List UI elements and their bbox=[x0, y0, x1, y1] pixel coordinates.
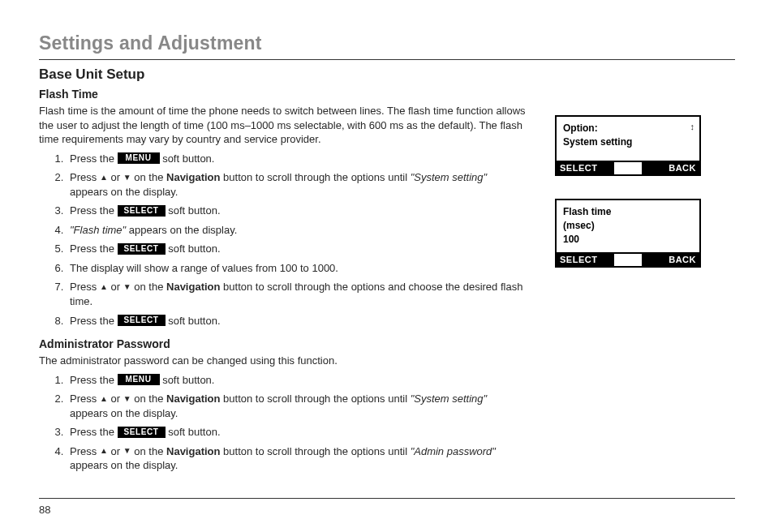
step-text: on the bbox=[131, 281, 166, 293]
heading-flash-time: Flash Time bbox=[39, 88, 526, 101]
step-text: Press bbox=[70, 281, 100, 293]
list-item: Press the SELECT soft button. bbox=[67, 242, 526, 256]
list-item: Press ▲ or ▼ on the Navigation button to… bbox=[67, 392, 526, 420]
list-item: Press the SELECT soft button. bbox=[67, 204, 526, 218]
page-number: 88 bbox=[39, 504, 735, 516]
list-item: Press ▲ or ▼ on the Navigation button to… bbox=[67, 444, 526, 473]
step-text: soft button. bbox=[166, 242, 221, 255]
list-item: Press ▲ or ▼ on the Navigation button to… bbox=[67, 170, 526, 199]
step-text: soft button. bbox=[160, 152, 215, 165]
flash-time-steps: Press the MENU soft button. Press ▲ or ▼… bbox=[39, 152, 526, 328]
up-arrow-icon: ▲ bbox=[100, 447, 108, 455]
lcd-select-softkey: SELECT bbox=[557, 254, 614, 266]
list-item: Press the MENU soft button. bbox=[67, 373, 526, 388]
main-text-column: Base Unit Setup Flash Time Flash time is… bbox=[39, 66, 526, 478]
step-text: soft button. bbox=[166, 426, 221, 438]
step-text: or bbox=[108, 171, 123, 183]
lcd-line: (msec) bbox=[563, 219, 693, 233]
lcd-softkey-gap bbox=[614, 254, 642, 266]
lcd-select-softkey: SELECT bbox=[557, 162, 614, 174]
lcd-line: 100 bbox=[563, 233, 693, 247]
rule-bottom bbox=[39, 498, 735, 499]
step-text: or bbox=[108, 281, 123, 293]
list-item: Press the MENU soft button. bbox=[67, 152, 526, 166]
step-text: appears on the display. bbox=[126, 224, 237, 236]
lcd-line: Flash time bbox=[563, 205, 693, 219]
lcd-softkey-row: SELECT BACK bbox=[557, 161, 699, 174]
system-setting-text: "System setting" bbox=[411, 171, 488, 183]
step-text: Press the bbox=[70, 242, 118, 255]
step-text: button to scroll through the options unt… bbox=[220, 393, 410, 405]
step-text: The display will show a range of values … bbox=[70, 262, 338, 274]
lcd-line: System setting bbox=[563, 135, 693, 149]
admin-password-text: "Admin password" bbox=[411, 445, 496, 457]
step-text: appears on the display. bbox=[70, 407, 178, 419]
step-text: appears on the display. bbox=[70, 459, 178, 471]
up-arrow-icon: ▲ bbox=[100, 174, 108, 182]
down-arrow-icon: ▼ bbox=[123, 395, 131, 403]
admin-password-steps: Press the MENU soft button. Press ▲ or ▼… bbox=[39, 373, 526, 473]
up-arrow-icon: ▲ bbox=[100, 283, 108, 291]
admin-password-intro: The administrator password can be change… bbox=[39, 354, 526, 368]
step-text: soft button. bbox=[166, 204, 221, 217]
list-item: The display will show a range of values … bbox=[67, 261, 526, 276]
step-text: on the bbox=[131, 393, 166, 405]
list-item: Press the SELECT soft button. bbox=[67, 425, 526, 440]
down-arrow-icon: ▼ bbox=[123, 447, 131, 455]
down-arrow-icon: ▼ bbox=[123, 283, 131, 291]
lcd-softkey-row: SELECT BACK bbox=[557, 252, 699, 266]
subhead-base-unit: Base Unit Setup bbox=[39, 66, 526, 83]
list-item: Press the SELECT soft button. bbox=[67, 314, 526, 328]
menu-softkey: MENU bbox=[118, 152, 160, 164]
system-setting-text: "System setting" bbox=[411, 393, 488, 405]
step-text: or bbox=[108, 393, 123, 405]
list-item: Press ▲ or ▼ on the Navigation button to… bbox=[67, 280, 526, 308]
lcd-softkey-gap bbox=[614, 162, 642, 174]
step-text: on the bbox=[131, 445, 166, 457]
list-item: "Flash time" appears on the display. bbox=[67, 223, 526, 238]
step-text: Press bbox=[70, 393, 100, 405]
step-text: button to scroll through the options unt… bbox=[220, 445, 410, 457]
select-softkey: SELECT bbox=[118, 427, 166, 438]
lcd-screen-option: ↕ Option: System setting SELECT BACK bbox=[555, 115, 701, 176]
heading-admin-password: Administrator Password bbox=[39, 337, 526, 350]
step-text: Press the bbox=[70, 374, 118, 386]
lcd-back-softkey: BACK bbox=[642, 254, 699, 266]
lcd-screen-flash-time: Flash time (msec) 100 SELECT BACK bbox=[555, 199, 701, 268]
navigation-label: Navigation bbox=[166, 171, 220, 183]
step-text: soft button. bbox=[160, 374, 215, 386]
step-text: Press the bbox=[70, 426, 118, 438]
step-text: Press the bbox=[70, 152, 118, 165]
navigation-label: Navigation bbox=[166, 393, 220, 405]
lcd-column: ↕ Option: System setting SELECT BACK Fla… bbox=[555, 66, 717, 478]
step-text: Press bbox=[70, 445, 100, 457]
scroll-indicator-icon: ↕ bbox=[690, 122, 695, 131]
select-softkey: SELECT bbox=[118, 243, 166, 255]
section-title: Settings and Adjustment bbox=[39, 32, 735, 54]
lcd-line: Option: bbox=[563, 122, 693, 135]
step-text: soft button. bbox=[166, 315, 221, 327]
step-text: on the bbox=[131, 171, 166, 183]
step-text: Press bbox=[70, 171, 100, 183]
select-softkey: SELECT bbox=[118, 315, 166, 326]
step-text: appears on the display. bbox=[70, 186, 178, 198]
menu-softkey: MENU bbox=[118, 374, 160, 385]
down-arrow-icon: ▼ bbox=[123, 174, 131, 182]
lcd-back-softkey: BACK bbox=[642, 162, 699, 174]
up-arrow-icon: ▲ bbox=[100, 395, 108, 403]
step-text: or bbox=[108, 445, 123, 457]
step-text: Press the bbox=[70, 204, 118, 217]
navigation-label: Navigation bbox=[166, 445, 220, 457]
navigation-label: Navigation bbox=[166, 281, 220, 293]
step-text: button to scroll through the options unt… bbox=[220, 171, 410, 183]
rule-top bbox=[39, 59, 735, 60]
step-text: Press the bbox=[70, 315, 118, 327]
flash-time-intro: Flash time is the amount of time the pho… bbox=[39, 104, 526, 147]
flash-time-text: "Flash time" bbox=[70, 224, 126, 236]
select-softkey: SELECT bbox=[118, 205, 166, 217]
